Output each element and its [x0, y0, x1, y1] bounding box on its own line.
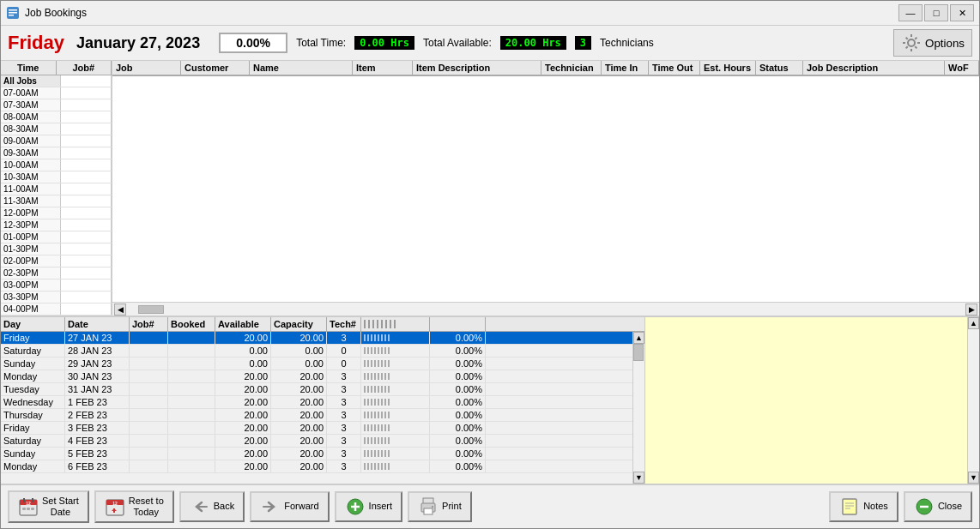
jobnum-cell: [130, 448, 168, 460]
title-bar: Job Bookings — □ ✕: [1, 1, 979, 26]
time-row[interactable]: 01-30PM: [1, 243, 112, 255]
day-cell: Thursday: [1, 409, 65, 421]
schedule-row[interactable]: Saturday 4 FEB 23 20.00 20.00 3 0.00%: [1, 435, 632, 448]
time-row[interactable]: 09-00AM: [1, 135, 112, 147]
available-col-header: Available: [215, 317, 271, 331]
time-row[interactable]: 02-30PM: [1, 268, 112, 280]
time-row[interactable]: 07-00AM: [1, 87, 112, 99]
available-cell: 20.00: [215, 332, 271, 344]
svg-text:12: 12: [26, 501, 31, 506]
time-row[interactable]: 07-30AM: [1, 99, 112, 111]
calendar-reset-icon: 12: [105, 496, 125, 517]
job-cell: [61, 147, 112, 159]
notes-scroll-down[interactable]: ▼: [968, 472, 979, 484]
schedule-row[interactable]: Friday 3 FEB 23 20.00 20.00 3 0.00%: [1, 422, 632, 435]
time-row[interactable]: 12-00PM: [1, 207, 112, 219]
schedule-row[interactable]: Monday 6 FEB 23 20.00 20.00 3 0.00%: [1, 460, 632, 473]
schedule-row[interactable]: Saturday 28 JAN 23 0.00 0.00 0 0.00%: [1, 345, 632, 358]
back-button[interactable]: Back: [179, 491, 245, 522]
time-out-header: Time Out: [649, 61, 700, 75]
forward-label: Forward: [284, 501, 318, 512]
grid-body[interactable]: [112, 76, 979, 302]
time-row[interactable]: 01-00PM: [1, 231, 112, 243]
notes-scrollbar[interactable]: ▲ ▼: [967, 317, 979, 484]
horizontal-scrollbar[interactable]: ◀ ▶: [112, 302, 979, 316]
insert-button[interactable]: Insert: [335, 491, 403, 522]
schedule-rows-container[interactable]: Friday 27 JAN 23 20.00 20.00 3 0.00% Sat…: [1, 332, 632, 484]
close-window-button[interactable]: ✕: [950, 4, 974, 21]
forward-button[interactable]: Forward: [250, 491, 329, 522]
schedule-row[interactable]: Friday 27 JAN 23 20.00 20.00 3 0.00%: [1, 332, 632, 345]
notes-scroll-up[interactable]: ▲: [968, 317, 979, 329]
percent-cell: 0.00%: [430, 345, 486, 357]
booked-cell: [168, 396, 215, 408]
time-row[interactable]: All Jobs: [1, 75, 112, 87]
notes-button[interactable]: Notes: [829, 491, 898, 522]
jobnum-cell: [130, 345, 168, 357]
time-row[interactable]: 10-30AM: [1, 171, 112, 183]
time-row[interactable]: 03-00PM: [1, 280, 112, 292]
jobnum-cell: [130, 460, 168, 472]
schedule-row[interactable]: Monday 30 JAN 23 20.00 20.00 3 0.00%: [1, 370, 632, 383]
available-cell: 20.00: [215, 435, 271, 447]
schedule-row[interactable]: Thursday 2 FEB 23 20.00 20.00 3 0.00%: [1, 409, 632, 422]
header-row: Friday January 27, 2023 0.00% Total Time…: [1, 26, 979, 61]
window-controls: — □ ✕: [898, 4, 974, 21]
time-row[interactable]: 11-30AM: [1, 195, 112, 207]
available-cell: 20.00: [215, 396, 271, 408]
schedule-row[interactable]: Sunday 29 JAN 23 0.00 0.00 0 0.00%: [1, 358, 632, 370]
time-row[interactable]: 08-30AM: [1, 123, 112, 135]
time-row[interactable]: 04-00PM: [1, 304, 112, 316]
total-available-value: 20.00 Hrs: [500, 36, 566, 50]
jobnum-cell: [130, 422, 168, 434]
schedule-row[interactable]: Tuesday 31 JAN 23 20.00 20.00 3 0.00%: [1, 383, 632, 396]
scroll-left-arrow[interactable]: ◀: [114, 304, 126, 316]
scroll-thumb[interactable]: [138, 305, 164, 314]
time-row[interactable]: 11-00AM: [1, 183, 112, 195]
schedule-header: Day Date Job# Booked Available Capacity …: [1, 317, 644, 332]
date-cell: 5 FEB 23: [65, 448, 130, 460]
scroll-right-arrow[interactable]: ▶: [965, 304, 977, 316]
minimize-button[interactable]: —: [898, 4, 923, 21]
percent-cell: 0.00%: [430, 448, 486, 460]
time-row[interactable]: 03-30PM: [1, 292, 112, 304]
available-cell: 0.00: [215, 358, 271, 370]
date-cell: 28 JAN 23: [65, 345, 130, 357]
time-cell: 12-30PM: [1, 219, 61, 231]
job-cell: [61, 255, 112, 267]
date-cell: 4 FEB 23: [65, 435, 130, 447]
capacity-cell: 20.00: [271, 396, 327, 408]
job-header: Job: [112, 61, 181, 75]
jobnum-cell: [130, 383, 168, 395]
time-cell: 08-30AM: [1, 123, 61, 135]
day-cell: Monday: [1, 460, 65, 472]
time-row[interactable]: 08-00AM: [1, 111, 112, 123]
schedule-row[interactable]: Wednesday 1 FEB 23 20.00 20.00 3 0.00%: [1, 396, 632, 409]
notes-textarea[interactable]: [645, 317, 967, 484]
print-button[interactable]: Print: [408, 491, 472, 522]
schedule-scrollbar[interactable]: ▲ ▼: [632, 332, 644, 484]
jobnum-cell: [130, 409, 168, 421]
bars-cell: [361, 332, 430, 344]
app-icon: [6, 6, 20, 20]
maximize-button[interactable]: □: [924, 4, 948, 21]
notes-icon: [839, 496, 860, 517]
customer-header: Customer: [181, 61, 250, 75]
svg-rect-1: [9, 9, 17, 11]
time-row[interactable]: 02-00PM: [1, 255, 112, 268]
reset-today-button[interactable]: 12 Reset toToday: [94, 490, 174, 523]
close-button[interactable]: Close: [904, 491, 972, 522]
schedule-body: Friday 27 JAN 23 20.00 20.00 3 0.00% Sat…: [1, 332, 644, 484]
scroll-up-arrow[interactable]: ▲: [633, 332, 644, 344]
job-cell: [61, 171, 112, 183]
day-cell: Saturday: [1, 435, 65, 447]
percent-cell: 0.00%: [430, 422, 486, 434]
time-row[interactable]: 12-30PM: [1, 219, 112, 231]
scroll-down-arrow[interactable]: ▼: [633, 472, 644, 484]
time-row[interactable]: 10-00AM: [1, 159, 112, 171]
options-button[interactable]: Options: [893, 29, 972, 57]
time-row[interactable]: 09-30AM: [1, 147, 112, 159]
schedule-row[interactable]: Sunday 5 FEB 23 20.00 20.00 3 0.00%: [1, 448, 632, 460]
options-label: Options: [925, 37, 965, 50]
set-start-date-button[interactable]: 12 Set StartDate: [8, 490, 89, 523]
